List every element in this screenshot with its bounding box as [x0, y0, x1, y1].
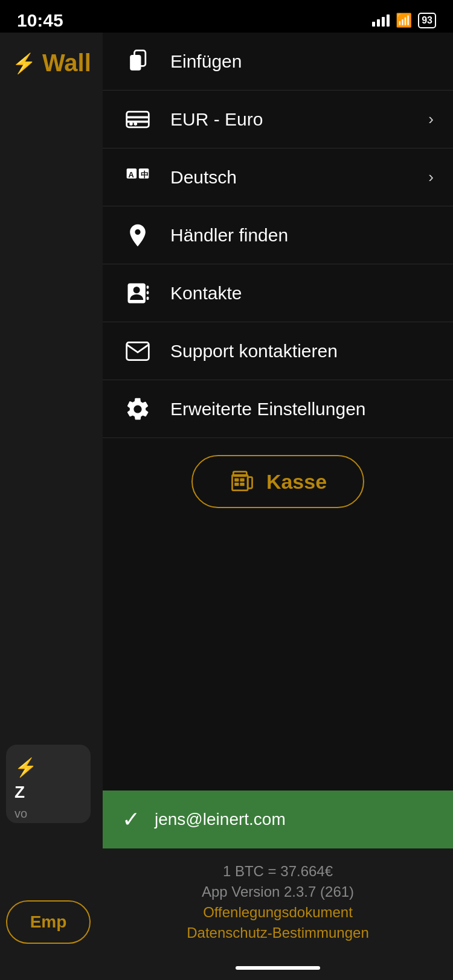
- bottom-section: ✓ jens@leinert.com 1 BTC = 37.664€ App V…: [103, 791, 453, 980]
- svg-rect-16: [127, 342, 149, 360]
- btc-rate: 1 BTC = 37.664€: [103, 863, 453, 880]
- info-section: 1 BTC = 37.664€ App Version 2.3.7 (261) …: [103, 848, 453, 956]
- svg-rect-23: [248, 477, 252, 488]
- card-subtext: vo: [14, 807, 27, 821]
- datenschutz-link[interactable]: Datenschutz-Bestimmungen: [103, 924, 453, 941]
- language-icon: A 中: [122, 162, 153, 193]
- empfangen-label: Emp: [30, 912, 67, 932]
- menu-item-merchant[interactable]: Händler finden: [103, 206, 453, 264]
- svg-text:A: A: [128, 170, 133, 179]
- menu-item-language[interactable]: A 中 Deutsch ›: [103, 148, 453, 206]
- svg-text:中: 中: [141, 170, 149, 179]
- svg-rect-1: [130, 55, 141, 71]
- status-time: 10:45: [17, 10, 63, 31]
- sidebar-header: ⚡ Wall: [0, 33, 103, 77]
- sidebar: ⚡ Wall ⚡ Z vo Emp: [0, 33, 103, 980]
- card-letter: Z: [14, 783, 25, 802]
- wifi-icon: 📶: [396, 13, 412, 28]
- app-name: Wall: [42, 49, 91, 77]
- empfangen-button[interactable]: Emp: [6, 900, 91, 944]
- einfuegen-label: Einfügen: [170, 51, 434, 72]
- contacts-icon: [122, 278, 153, 309]
- menu-item-settings[interactable]: Erweiterte Einstellungen: [103, 380, 453, 438]
- currency-label: EUR - Euro: [170, 109, 411, 130]
- status-icons: 📶 93: [372, 13, 436, 28]
- svg-rect-3: [127, 116, 149, 118]
- svg-rect-4: [127, 120, 149, 122]
- spacer: [103, 525, 453, 791]
- card-lightning-icon: ⚡: [14, 757, 37, 778]
- svg-point-6: [134, 122, 138, 126]
- lightning-icon: ⚡: [12, 52, 36, 75]
- support-label: Support kontaktieren: [170, 341, 434, 361]
- menu-panel: Einfügen EUR - Euro ›: [103, 33, 453, 980]
- svg-rect-15: [147, 296, 149, 300]
- kasse-container: Kasse: [103, 438, 453, 525]
- home-indicator: [103, 956, 453, 980]
- menu-item-support[interactable]: Support kontaktieren: [103, 322, 453, 380]
- account-bar[interactable]: ✓ jens@leinert.com: [103, 791, 453, 848]
- svg-point-5: [129, 122, 133, 126]
- location-icon: [122, 220, 153, 251]
- menu-item-contacts[interactable]: Kontakte: [103, 264, 453, 322]
- paste-icon: [122, 46, 153, 77]
- app-version: App Version 2.3.7 (261): [103, 883, 453, 900]
- chevron-right-icon-lang: ›: [428, 168, 434, 186]
- svg-rect-14: [147, 291, 149, 294]
- contacts-label: Kontakte: [170, 283, 434, 304]
- svg-rect-17: [232, 475, 248, 491]
- settings-label: Erweiterte Einstellungen: [170, 399, 434, 419]
- svg-rect-18: [234, 479, 239, 482]
- mail-icon: [122, 336, 153, 367]
- svg-rect-13: [147, 285, 149, 289]
- menu-item-currency[interactable]: EUR - Euro ›: [103, 91, 453, 148]
- language-label: Deutsch: [170, 167, 411, 188]
- wallet-card[interactable]: ⚡ Z vo: [6, 745, 91, 823]
- offenlegung-link[interactable]: Offenlegungsdokument: [103, 904, 453, 921]
- svg-rect-19: [240, 479, 244, 482]
- currency-icon: [122, 104, 153, 135]
- chevron-right-icon: ›: [428, 110, 434, 129]
- signal-icon: [372, 14, 390, 27]
- settings-icon: [122, 393, 153, 425]
- checkmark-icon: ✓: [122, 807, 140, 832]
- app-container: ⚡ Wall ⚡ Z vo Emp Einfügen: [0, 33, 453, 980]
- battery-icon: 93: [418, 13, 436, 28]
- svg-rect-21: [240, 483, 244, 486]
- svg-rect-22: [233, 472, 246, 476]
- kasse-icon: [229, 468, 255, 495]
- menu-item-einfuegen[interactable]: Einfügen: [103, 33, 453, 91]
- menu-items-list: Einfügen EUR - Euro ›: [103, 33, 453, 438]
- kasse-label: Kasse: [266, 470, 327, 494]
- kasse-button[interactable]: Kasse: [191, 455, 364, 508]
- account-email: jens@leinert.com: [155, 810, 286, 829]
- home-bar: [236, 966, 320, 970]
- svg-rect-20: [234, 483, 239, 486]
- merchant-label: Händler finden: [170, 225, 434, 246]
- status-bar: 10:45 📶 93: [0, 0, 453, 33]
- svg-point-12: [133, 287, 140, 293]
